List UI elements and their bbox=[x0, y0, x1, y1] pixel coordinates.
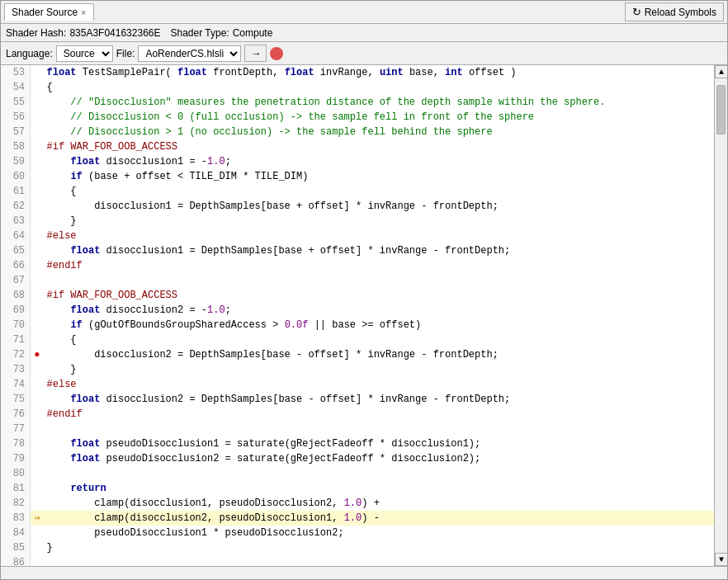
tab-close-button[interactable]: × bbox=[81, 7, 86, 17]
empty-marker bbox=[31, 288, 44, 303]
line-number: 70 bbox=[1, 318, 31, 332]
empty-marker bbox=[31, 555, 44, 566]
table-row: 54{ bbox=[1, 80, 714, 95]
line-content: #else bbox=[44, 229, 714, 243]
line-number: 78 bbox=[1, 436, 31, 451]
empty-marker bbox=[31, 229, 44, 243]
title-bar: Shader Source × ↻ Reload Symbols bbox=[1, 1, 727, 24]
line-content: // Disocclusion < 0 (full occlusion) -> … bbox=[44, 110, 714, 125]
empty-marker bbox=[31, 451, 44, 466]
line-number: 75 bbox=[1, 392, 31, 407]
line-content: // "Disocclusion" measures the penetrati… bbox=[44, 95, 714, 110]
empty-marker bbox=[31, 139, 44, 154]
line-number: 53 bbox=[1, 65, 31, 80]
line-number: 85 bbox=[1, 540, 31, 555]
hash-label: Shader Hash: bbox=[6, 27, 66, 39]
table-row: 67 bbox=[1, 273, 714, 288]
line-content: return bbox=[44, 481, 714, 496]
main-window: Shader Source × ↻ Reload Symbols Shader … bbox=[0, 0, 728, 580]
line-number: 72 bbox=[1, 347, 31, 362]
line-number: 56 bbox=[1, 110, 31, 125]
line-content: float disocclusion2 = -1.0; bbox=[44, 303, 714, 318]
type-value: Compute bbox=[233, 27, 273, 39]
shader-source-tab[interactable]: Shader Source × bbox=[4, 3, 94, 21]
line-content: } bbox=[44, 362, 714, 377]
line-content: if (gOutOfBoundsGroupSharedAccess > 0.0f… bbox=[44, 318, 714, 332]
line-content: #endif bbox=[44, 258, 714, 273]
empty-marker bbox=[31, 273, 44, 288]
line-number: 57 bbox=[1, 125, 31, 139]
code-scroll[interactable]: 53float TestSamplePair( float frontDepth… bbox=[1, 65, 714, 566]
scroll-thumb[interactable] bbox=[716, 85, 726, 134]
scroll-track[interactable] bbox=[715, 78, 727, 553]
table-row: 70 if (gOutOfBoundsGroupSharedAccess > 0… bbox=[1, 318, 714, 332]
language-select[interactable]: Source bbox=[56, 45, 113, 62]
empty-marker bbox=[31, 526, 44, 540]
line-content: #else bbox=[44, 377, 714, 392]
empty-marker bbox=[31, 407, 44, 422]
table-row: 63 } bbox=[1, 214, 714, 229]
reload-symbols-button[interactable]: ↻ Reload Symbols bbox=[625, 2, 724, 21]
table-row: 64#else bbox=[1, 229, 714, 243]
table-row: 66#endif bbox=[1, 258, 714, 273]
table-row: 77 bbox=[1, 422, 714, 436]
line-number: 68 bbox=[1, 288, 31, 303]
line-content: clamp(disocclusion1, pseudoDisocclusion2… bbox=[44, 496, 714, 511]
table-row: 65 float disocclusion1 = DepthSamples[ba… bbox=[1, 243, 714, 258]
line-content: { bbox=[44, 332, 714, 347]
bottom-bar bbox=[1, 566, 727, 579]
error-marker-icon: ● bbox=[31, 347, 44, 362]
empty-marker bbox=[31, 80, 44, 95]
stop-button[interactable] bbox=[270, 47, 283, 60]
line-number: 69 bbox=[1, 303, 31, 318]
line-number: 82 bbox=[1, 496, 31, 511]
file-select[interactable]: AoRenderCS.hlsli bbox=[138, 45, 241, 62]
line-content: { bbox=[44, 80, 714, 95]
table-row: 55 // "Disocclusion" measures the penetr… bbox=[1, 95, 714, 110]
empty-marker bbox=[31, 496, 44, 511]
table-row: 76#endif bbox=[1, 407, 714, 422]
table-row: 75 float disocclusion2 = DepthSamples[ba… bbox=[1, 392, 714, 407]
file-label: File: bbox=[116, 48, 135, 59]
line-number: 80 bbox=[1, 466, 31, 481]
table-row: 69 float disocclusion2 = -1.0; bbox=[1, 303, 714, 318]
line-content: } bbox=[44, 214, 714, 229]
empty-marker bbox=[31, 184, 44, 199]
line-content: #endif bbox=[44, 407, 714, 422]
line-content: disocclusion2 = DepthSamples[base - offs… bbox=[44, 347, 714, 362]
navigate-button[interactable]: → bbox=[244, 45, 267, 62]
table-row: 83⇒ clamp(disocclusion2, pseudoDisocclus… bbox=[1, 511, 714, 526]
line-number: 55 bbox=[1, 95, 31, 110]
line-content: disocclusion1 = DepthSamples[base + offs… bbox=[44, 199, 714, 214]
line-content: #if WAR_FOR_OOB_ACCESS bbox=[44, 139, 714, 154]
line-content: float pseudoDisocclusion2 = saturate(gRe… bbox=[44, 451, 714, 466]
empty-marker bbox=[31, 422, 44, 436]
line-content: // Disocclusion > 1 (no occlusion) -> th… bbox=[44, 125, 714, 139]
line-number: 86 bbox=[1, 555, 31, 566]
table-row: 61 { bbox=[1, 184, 714, 199]
title-bar-left: Shader Source × bbox=[4, 3, 94, 21]
line-number: 73 bbox=[1, 362, 31, 377]
empty-marker bbox=[31, 466, 44, 481]
table-row: 82 clamp(disocclusion1, pseudoDisocclusi… bbox=[1, 496, 714, 511]
hash-value: 835A3F041632366E bbox=[69, 27, 160, 39]
line-number: 74 bbox=[1, 377, 31, 392]
line-content: float disocclusion1 = -1.0; bbox=[44, 154, 714, 169]
line-content: { bbox=[44, 184, 714, 199]
scroll-up-button[interactable]: ▲ bbox=[715, 65, 727, 78]
empty-marker bbox=[31, 199, 44, 214]
table-row: 57 // Disocclusion > 1 (no occlusion) ->… bbox=[1, 125, 714, 139]
empty-marker bbox=[31, 214, 44, 229]
empty-marker bbox=[31, 258, 44, 273]
line-number: 62 bbox=[1, 199, 31, 214]
line-number: 84 bbox=[1, 526, 31, 540]
type-label: Shader Type: bbox=[171, 27, 229, 39]
line-content: if (base + offset < TILE_DIM * TILE_DIM) bbox=[44, 169, 714, 184]
line-number: 61 bbox=[1, 184, 31, 199]
table-row: 81 return bbox=[1, 481, 714, 496]
vertical-scrollbar[interactable]: ▲ ▼ bbox=[714, 65, 727, 566]
line-content: pseudoDisocclusion1 * pseudoDisocclusion… bbox=[44, 526, 714, 540]
table-row: 80 bbox=[1, 466, 714, 481]
scroll-down-button[interactable]: ▼ bbox=[715, 553, 727, 566]
table-row: 53float TestSamplePair( float frontDepth… bbox=[1, 65, 714, 80]
